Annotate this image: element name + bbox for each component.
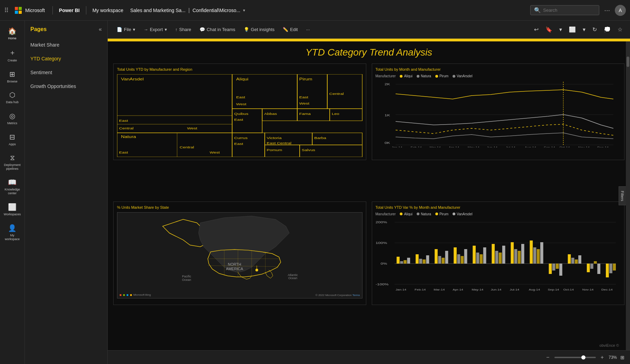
sidebar-item-knowledge[interactable]: 📖 Knowledge center bbox=[0, 175, 25, 199]
map-panel[interactable]: % Units Market Share by State bbox=[113, 201, 366, 305]
svg-rect-113 bbox=[521, 244, 524, 264]
svg-rect-126 bbox=[587, 264, 590, 272]
treemap-svg: VanArsdel East Central West Natura East … bbox=[117, 74, 362, 157]
page-ytd-category[interactable]: YTD Category bbox=[25, 52, 107, 66]
knowledge-icon: 📖 bbox=[8, 178, 17, 186]
svg-text:Dec-14: Dec-14 bbox=[597, 146, 609, 147]
chat-in-teams-button[interactable]: 💬 Chat in Teams bbox=[196, 25, 239, 34]
svg-text:May-14: May-14 bbox=[467, 146, 479, 147]
svg-rect-124 bbox=[575, 259, 578, 264]
bar-legend-aliqui-label: Aliqui bbox=[404, 212, 412, 216]
legend-natura-label: Natura bbox=[421, 74, 431, 78]
sidebar-item-myworkspace[interactable]: 👤 My workspace bbox=[0, 220, 25, 245]
svg-rect-115 bbox=[533, 247, 536, 264]
bar-legend-natura-dot bbox=[417, 213, 419, 215]
bookmark-chevron[interactable]: ▾ bbox=[557, 25, 564, 34]
svg-text:Oct-14: Oct-14 bbox=[563, 288, 574, 291]
legend-pirum: Pirum bbox=[435, 74, 448, 78]
bookmark-button[interactable]: 🔖 bbox=[543, 25, 554, 34]
page-growth[interactable]: Growth Opportunities bbox=[25, 79, 107, 93]
sidebar-item-metrics[interactable]: ◎ Metrics bbox=[0, 108, 25, 129]
topbar-ellipsis-button[interactable]: ··· bbox=[603, 5, 611, 16]
svg-rect-106 bbox=[492, 244, 495, 264]
zoom-minus-button[interactable]: − bbox=[544, 353, 551, 362]
zoom-slider[interactable] bbox=[554, 357, 596, 358]
sidebar-item-home[interactable]: 🏠 Home bbox=[0, 23, 25, 44]
svg-text:West: West bbox=[210, 151, 220, 154]
file-chevron: ▾ bbox=[133, 27, 135, 32]
edit-button[interactable]: ✏️ Edit bbox=[279, 25, 301, 34]
sidebar-item-workspaces[interactable]: ⬜ Workspaces bbox=[0, 199, 25, 220]
workspace-label[interactable]: My workspace bbox=[93, 8, 123, 13]
myworkspace-icon: 👤 bbox=[8, 224, 17, 232]
search-box[interactable]: 🔍 bbox=[530, 5, 599, 15]
favorite-button[interactable]: ☆ bbox=[616, 25, 624, 34]
export-button[interactable]: → Export ▾ bbox=[140, 25, 171, 34]
filters-tab[interactable]: Filters bbox=[619, 186, 626, 206]
apps-icon: ⊟ bbox=[9, 133, 15, 141]
edit-icon: ✏️ bbox=[283, 27, 288, 32]
svg-rect-128 bbox=[594, 261, 597, 264]
sidebar-label-workspaces: Workspaces bbox=[4, 213, 21, 216]
page-market-share[interactable]: Market Share bbox=[25, 38, 107, 52]
treemap-panel[interactable]: Total Units YTD by Manufacturer and Regi… bbox=[113, 63, 366, 160]
svg-rect-112 bbox=[517, 251, 521, 264]
get-insights-button[interactable]: 💡 Get insights bbox=[240, 25, 278, 34]
svg-text:Feb-14: Feb-14 bbox=[410, 146, 421, 147]
linechart-panel[interactable]: Total Units by Month and Manufacturer Ma… bbox=[372, 63, 625, 160]
view-button[interactable]: ⬜ bbox=[567, 25, 578, 34]
svg-rect-0 bbox=[117, 74, 232, 133]
svg-text:0K: 0K bbox=[385, 141, 390, 145]
bar-legend: Manufacturer Aliqui Natura bbox=[376, 212, 621, 216]
pages-title: Pages bbox=[30, 26, 47, 32]
sidebar-item-apps[interactable]: ⊟ Apps bbox=[0, 129, 25, 150]
pages-header: Pages « bbox=[25, 26, 107, 38]
fit-to-page-icon[interactable]: ⊞ bbox=[620, 355, 624, 360]
file-button[interactable]: 📄 File ▾ bbox=[113, 25, 139, 34]
icon-sidebar: 🏠 Home ＋ Create ⊞ Browse ⬡ Data hub ◎ Me… bbox=[0, 21, 25, 364]
refresh-button[interactable]: ↻ bbox=[590, 25, 599, 34]
svg-text:100%: 100% bbox=[376, 241, 387, 244]
toolbar-ellipsis-button[interactable]: ··· bbox=[303, 25, 313, 34]
collapse-button[interactable]: « bbox=[99, 26, 102, 32]
svg-rect-88 bbox=[404, 260, 407, 264]
deployment-icon: ⧖ bbox=[10, 154, 15, 162]
svg-text:200%: 200% bbox=[376, 220, 387, 224]
share-button[interactable]: ↑ Share bbox=[172, 25, 195, 34]
svg-text:Apr-14: Apr-14 bbox=[453, 288, 463, 291]
grid-icon[interactable]: ⠿ bbox=[4, 7, 9, 14]
sidebar-item-datahub[interactable]: ⬡ Data hub bbox=[0, 87, 25, 108]
legend-vanarsdel-dot bbox=[453, 75, 455, 78]
svg-text:West: West bbox=[236, 102, 246, 106]
zoom-plus-button[interactable]: + bbox=[599, 353, 606, 362]
canvas-scrollbar[interactable] bbox=[626, 41, 630, 350]
zoom-slider-thumb[interactable] bbox=[581, 355, 585, 360]
microsoft-logo bbox=[15, 7, 22, 14]
confidential-chevron[interactable]: ▾ bbox=[243, 8, 245, 13]
sidebar-item-browse[interactable]: ⊞ Browse bbox=[0, 67, 25, 87]
undo-button[interactable]: ↩ bbox=[532, 25, 541, 34]
sidebar-label-myworkspace: My workspace bbox=[3, 234, 22, 241]
svg-text:Jan-14: Jan-14 bbox=[396, 288, 406, 291]
report-name[interactable]: Sales and Marketing Sa... bbox=[130, 8, 185, 13]
page-growth-label: Growth Opportunities bbox=[30, 83, 76, 89]
barchart-panel[interactable]: Total Units YTD Var % by Month and Manuf… bbox=[372, 201, 625, 305]
svg-text:Currus: Currus bbox=[234, 136, 248, 140]
confidential-label[interactable]: Confidential\Microso... bbox=[193, 8, 241, 13]
comment-button[interactable]: 💭 bbox=[602, 25, 613, 34]
line-legend: Manufacturer Aliqui Natura bbox=[376, 74, 621, 78]
export-icon: → bbox=[144, 27, 148, 32]
search-input[interactable] bbox=[543, 8, 595, 13]
sidebar-item-create[interactable]: ＋ Create bbox=[0, 45, 25, 66]
map-footer-left: ■■■■ Microsoft Bing bbox=[119, 293, 151, 297]
user-avatar[interactable]: A bbox=[615, 5, 626, 16]
scrollbar-thumb[interactable] bbox=[627, 57, 629, 67]
bar-legend-vanarsdel-dot bbox=[453, 213, 455, 215]
top-bar-right: 🔍 ··· A bbox=[530, 5, 626, 16]
view-chevron[interactable]: ▾ bbox=[581, 25, 588, 34]
map-area[interactable]: NORTH AMERICA Pacific Ocean Atlantic Oce… bbox=[117, 212, 362, 298]
svg-text:Central: Central bbox=[180, 146, 194, 149]
svg-rect-86 bbox=[396, 257, 399, 264]
sidebar-item-deployment[interactable]: ⧖ Deployment pipelines bbox=[0, 150, 25, 174]
page-sentiment[interactable]: Sentiment bbox=[25, 66, 107, 79]
